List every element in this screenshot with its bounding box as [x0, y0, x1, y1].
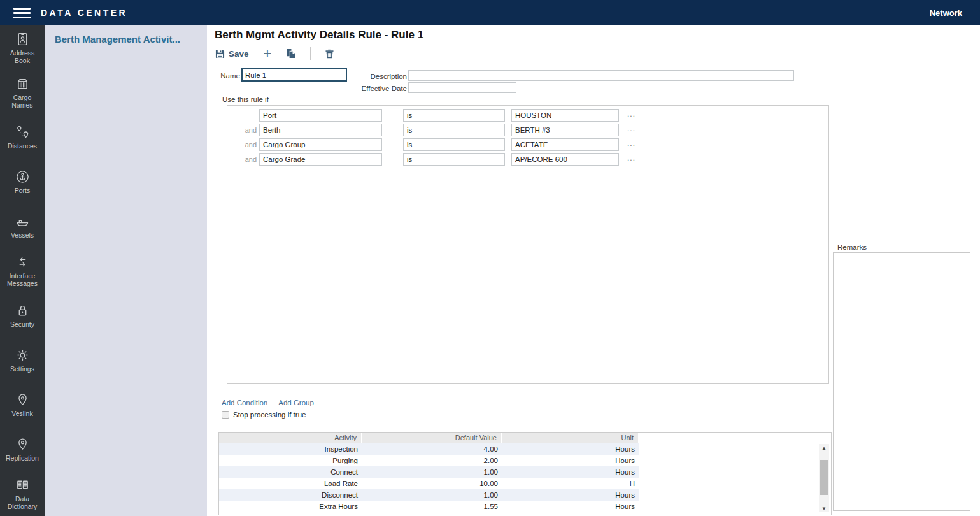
- description-input[interactable]: [408, 70, 794, 81]
- save-button-label: Save: [229, 49, 249, 59]
- condition-row: and ...: [227, 153, 828, 168]
- page-title: Berth Mgmt Activity Details Rule - Rule …: [215, 29, 423, 41]
- sidebar-item-label: Distances: [8, 142, 37, 150]
- conjunction-label: and: [227, 141, 257, 148]
- effective-date-label: Effective Date: [322, 85, 407, 92]
- menu-icon[interactable]: [13, 8, 31, 18]
- condition-field-input[interactable]: [259, 124, 382, 136]
- condition-operator-input[interactable]: [403, 124, 505, 136]
- condition-row: and ...: [227, 124, 828, 138]
- delete-button[interactable]: [325, 49, 334, 59]
- app-title: DATA CENTER: [41, 8, 127, 18]
- sidebar-item-distances[interactable]: Distances: [0, 115, 45, 159]
- top-bar: DATA CENTER Network: [0, 0, 980, 25]
- condition-more-button[interactable]: ...: [627, 110, 636, 118]
- sidebar-nav: Address Book Cargo Names Distances Ports…: [0, 25, 45, 516]
- ship-icon: [15, 213, 31, 229]
- condition-field-input[interactable]: [259, 153, 382, 166]
- condition-operator-input[interactable]: [403, 153, 505, 166]
- add-button[interactable]: +: [264, 47, 272, 60]
- sidebar-item-cargo-names[interactable]: Cargo Names: [0, 70, 45, 115]
- condition-field-input[interactable]: [259, 138, 382, 151]
- sidebar-item-label: Cargo Names: [3, 94, 42, 109]
- column-header-unit[interactable]: Unit: [502, 433, 638, 443]
- condition-more-button[interactable]: ...: [627, 124, 636, 133]
- anchor-icon: [15, 169, 31, 185]
- activity-table: Activity Default Value Unit Inspection 4…: [218, 432, 832, 515]
- copy-button[interactable]: [286, 48, 295, 59]
- route-pins-icon: [15, 124, 31, 140]
- condition-value-input[interactable]: [511, 153, 619, 166]
- sidebar-item-settings[interactable]: Settings: [0, 338, 45, 382]
- network-link[interactable]: Network: [930, 8, 962, 18]
- condition-field-input[interactable]: [259, 109, 382, 122]
- condition-operator-input[interactable]: [403, 109, 505, 122]
- condition-value-input[interactable]: [511, 138, 619, 151]
- table-row[interactable]: Connect 1.00 Hours: [219, 466, 639, 478]
- cell-unit: Hours: [502, 455, 639, 466]
- condition-operator-input[interactable]: [403, 138, 505, 151]
- sidebar-item-ports[interactable]: Ports: [0, 159, 45, 204]
- stop-processing-checkbox[interactable]: [222, 411, 229, 419]
- table-row[interactable]: Inspection 4.00 Hours: [219, 443, 639, 455]
- description-label: Description: [322, 73, 407, 80]
- cell-unit: Hours: [502, 443, 639, 455]
- table-scrollbar[interactable]: ▲ ▼: [819, 444, 829, 512]
- scrollbar-up-arrow[interactable]: ▲: [819, 445, 829, 451]
- conjunction-label: and: [227, 155, 257, 163]
- condition-more-button[interactable]: ...: [627, 154, 636, 162]
- activity-table-header: Activity Default Value Unit: [219, 433, 831, 443]
- sidebar-item-address-book[interactable]: Address Book: [0, 25, 45, 70]
- add-condition-link[interactable]: Add Condition: [222, 399, 267, 406]
- cell-unit: Hours: [502, 501, 639, 512]
- condition-row: ...: [227, 109, 828, 124]
- toolbar-divider: [207, 64, 980, 64]
- effective-date-input[interactable]: [408, 82, 516, 93]
- sidebar-item-label: Replication: [6, 454, 39, 462]
- scrollbar-thumb[interactable]: [820, 460, 828, 495]
- cell-unit: H: [502, 478, 639, 489]
- table-row[interactable]: Load Rate 10.00 H: [219, 478, 639, 489]
- table-row[interactable]: Extra Hours 1.55 Hours: [219, 501, 639, 512]
- toolbar: Save +: [215, 45, 334, 62]
- scrollbar-down-arrow[interactable]: ▼: [819, 506, 829, 512]
- map-pin-icon: [15, 436, 31, 452]
- column-header-default-value[interactable]: Default Value: [362, 433, 501, 443]
- add-group-link[interactable]: Add Group: [278, 399, 314, 406]
- cell-activity: Disconnect: [219, 489, 362, 501]
- column-header-activity[interactable]: Activity: [219, 433, 361, 443]
- sidebar-item-security[interactable]: Security: [0, 293, 45, 338]
- condition-builder: ... and ... and ... and ...: [227, 105, 829, 384]
- cell-unit: Hours: [502, 466, 639, 478]
- sidebar-item-replication[interactable]: Replication: [0, 427, 45, 471]
- cell-default-value: 1.55: [362, 501, 502, 512]
- copy-icon: [286, 48, 295, 59]
- activity-table-body: Inspection 4.00 Hours Purging 2.00 Hours…: [219, 443, 831, 512]
- sidebar-item-label: Vessels: [11, 231, 34, 239]
- condition-value-input[interactable]: [511, 124, 619, 136]
- cell-default-value: 1.00: [362, 489, 502, 501]
- sidebar-item-data-dictionary[interactable]: Data Dictionary: [0, 471, 45, 516]
- save-icon: [215, 49, 225, 59]
- cell-activity: Load Rate: [219, 478, 362, 489]
- sidebar-item-label: Data Dictionary: [3, 495, 42, 510]
- table-row[interactable]: Disconnect 1.00 Hours: [219, 489, 639, 501]
- sidebar-item-vessels[interactable]: Vessels: [0, 204, 45, 248]
- main-content: Berth Mgmt Activity Details Rule - Rule …: [207, 25, 980, 516]
- condition-row: and ...: [227, 138, 828, 153]
- cell-default-value: 2.00: [362, 455, 502, 466]
- arrows-exchange-icon: [15, 254, 31, 270]
- cargo-drum-icon: [15, 76, 31, 92]
- condition-value-input[interactable]: [511, 109, 619, 122]
- sidebar-item-veslink[interactable]: Veslink: [0, 382, 45, 427]
- open-book-icon: [15, 477, 31, 493]
- table-row[interactable]: Purging 2.00 Hours: [219, 455, 639, 466]
- condition-more-button[interactable]: ...: [627, 139, 636, 148]
- sidebar-item-interface-messages[interactable]: Interface Messages: [0, 248, 45, 293]
- sidebar-item-label: Settings: [10, 365, 34, 373]
- cell-activity: Extra Hours: [219, 501, 362, 512]
- list-panel-title[interactable]: Berth Management Activit...: [45, 25, 207, 45]
- remarks-textarea[interactable]: [833, 252, 970, 511]
- save-button[interactable]: Save: [215, 49, 249, 59]
- stop-processing-row: Stop processing if true: [222, 411, 306, 419]
